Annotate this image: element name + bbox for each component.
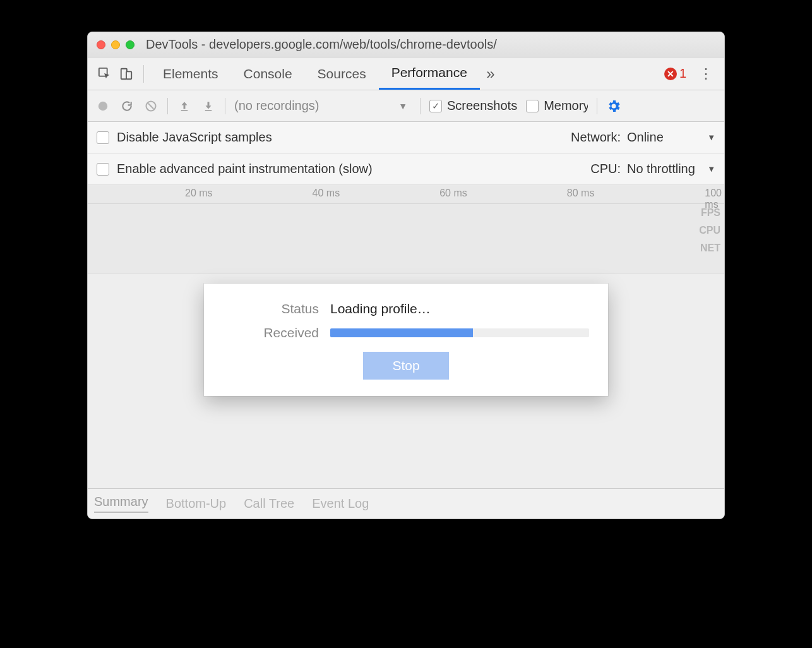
window-title: DevTools - developers.google.com/web/too… <box>146 37 497 52</box>
record-icon[interactable] <box>95 99 110 114</box>
devtools-tabbar: Elements Console Sources Performance » ✕… <box>88 57 724 90</box>
network-throttle-select[interactable]: Online ▼ <box>627 130 715 145</box>
screenshots-checkbox[interactable] <box>429 100 442 112</box>
ruler-tick: 80 ms <box>567 188 597 199</box>
received-label: Received <box>223 325 330 340</box>
window-zoom-button[interactable] <box>126 40 134 49</box>
status-value: Loading profile… <box>330 301 431 316</box>
svg-rect-6 <box>205 110 212 111</box>
screenshots-option[interactable]: Screenshots <box>429 99 517 113</box>
bottom-tab-summary[interactable]: Summary <box>94 495 148 513</box>
svg-rect-5 <box>181 110 188 111</box>
network-value: Online <box>627 130 664 145</box>
load-profile-icon[interactable] <box>177 99 192 114</box>
disable-js-label: Disable JavaScript samples <box>117 130 272 145</box>
recordings-label: (no recordings) <box>234 99 319 113</box>
cpu-throttle-select[interactable]: No throttling ▼ <box>627 162 715 176</box>
paint-instr-checkbox[interactable] <box>97 163 109 176</box>
window-minimize-button[interactable] <box>111 40 120 49</box>
network-label: Network: <box>571 130 621 145</box>
window-close-button[interactable] <box>97 40 105 49</box>
more-options-icon[interactable]: ⋮ <box>694 66 718 82</box>
tab-console[interactable]: Console <box>231 57 305 90</box>
settings-gear-icon[interactable] <box>606 99 621 114</box>
clear-icon[interactable] <box>143 99 158 114</box>
paint-instr-label: Enable advanced paint instrumentation (s… <box>117 162 373 176</box>
options-row-2: Enable advanced paint instrumentation (s… <box>88 153 724 185</box>
stop-button[interactable]: Stop <box>363 352 448 380</box>
svg-rect-2 <box>126 71 131 79</box>
device-toolbar-icon[interactable] <box>116 63 137 85</box>
tab-sources[interactable]: Sources <box>305 57 379 90</box>
cpu-value: No throttling <box>627 162 695 176</box>
options-row-1: Disable JavaScript samples Network: Onli… <box>88 122 724 153</box>
chevron-down-icon: ▼ <box>398 101 407 111</box>
titlebar: DevTools - developers.google.com/web/too… <box>88 32 724 57</box>
ruler-tick: 20 ms <box>185 188 215 199</box>
performance-toolbar: (no recordings) ▼ Screenshots Memory <box>88 90 724 122</box>
cpu-label: CPU: <box>590 162 621 176</box>
tabs-overflow-icon[interactable]: » <box>480 63 501 85</box>
error-count: 1 <box>679 66 686 81</box>
error-icon: ✕ <box>664 68 677 80</box>
tab-performance[interactable]: Performance <box>379 57 480 90</box>
lane-net: NET <box>699 239 720 257</box>
chevron-down-icon: ▼ <box>707 164 715 174</box>
reload-icon[interactable] <box>119 99 134 114</box>
main-tabs: Elements Console Sources Performance <box>150 57 480 90</box>
devtools-window: DevTools - developers.google.com/web/too… <box>87 32 725 519</box>
memory-checkbox[interactable] <box>526 100 539 112</box>
disable-js-checkbox[interactable] <box>97 131 109 144</box>
memory-option[interactable]: Memory <box>526 99 588 113</box>
recordings-dropdown[interactable]: (no recordings) ▼ <box>234 99 411 113</box>
loading-dialog: Status Loading profile… Received Stop <box>204 284 608 396</box>
timeline-lane-labels: FPS CPU NET <box>699 204 720 257</box>
status-label: Status <box>223 301 330 316</box>
main-area: Status Loading profile… Received Stop <box>88 273 724 488</box>
chevron-down-icon: ▼ <box>707 133 715 142</box>
lane-fps: FPS <box>699 204 720 222</box>
bottom-tab-event-log[interactable]: Event Log <box>312 496 369 511</box>
ruler-tick: 60 ms <box>439 188 470 199</box>
ruler-tick: 40 ms <box>313 188 343 199</box>
lane-cpu: CPU <box>699 222 720 239</box>
save-profile-icon[interactable] <box>201 99 216 114</box>
progress-bar-fill <box>330 328 473 337</box>
bottom-tab-bottom-up[interactable]: Bottom-Up <box>166 496 227 511</box>
bottom-tabs: Summary Bottom-Up Call Tree Event Log <box>88 488 724 519</box>
svg-point-3 <box>99 101 107 110</box>
memory-label: Memory <box>544 99 588 113</box>
bottom-tab-call-tree[interactable]: Call Tree <box>244 496 294 511</box>
inspect-element-icon[interactable] <box>94 63 116 85</box>
error-indicator[interactable]: ✕ 1 <box>664 66 686 81</box>
timeline-body[interactable] <box>88 204 724 273</box>
traffic-lights <box>97 40 134 49</box>
timeline-ruler: 20 ms 40 ms 60 ms 80 ms 100 ms <box>88 185 724 204</box>
tab-elements[interactable]: Elements <box>150 57 231 90</box>
timeline: 20 ms 40 ms 60 ms 80 ms 100 ms FPS CPU N… <box>88 185 724 273</box>
received-progress <box>330 328 589 337</box>
screenshots-label: Screenshots <box>447 99 517 113</box>
